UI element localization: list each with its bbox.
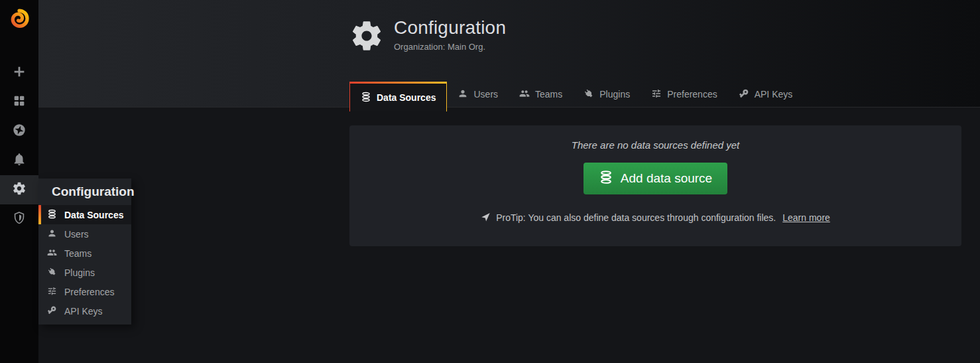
configuration-flyout-menu: Configuration Data Sources Users Teams P… [38,179,131,325]
tab-teams[interactable]: Teams [509,82,573,107]
learn-more-link[interactable]: Learn more [782,212,830,223]
tab-bar: Data Sources Users Teams Plugins Prefere… [349,82,803,107]
flyout-item-api-keys[interactable]: API Keys [38,301,131,321]
sidebar-item-configuration[interactable] [0,175,38,204]
grafana-logo-icon[interactable] [0,0,38,37]
rocket-icon [481,212,491,224]
compass-icon [12,123,27,140]
tab-label: Preferences [667,89,717,100]
sidebar-item-explore[interactable] [0,117,38,146]
plug-icon [47,267,57,279]
add-data-source-label: Add data source [621,171,712,186]
data-sources-empty-panel: There are no data sources defined yet Ad… [349,125,961,246]
flyout-item-label: API Keys [64,306,103,317]
shield-icon [12,210,27,228]
flyout-title: Configuration [38,179,131,205]
user-icon [458,88,468,101]
tab-preferences[interactable]: Preferences [641,82,727,107]
page-subtitle: Organization: Main Org. [394,42,506,52]
tab-plugins[interactable]: Plugins [573,82,641,107]
key-icon [47,305,57,317]
sidebar-item-dashboards[interactable] [0,88,38,117]
gear-icon [12,181,27,198]
dashboards-grid-icon [12,94,27,111]
tab-data-sources[interactable]: Data Sources [349,82,447,111]
empty-state-message: There are no data sources defined yet [572,139,740,151]
database-icon [47,209,57,221]
flyout-item-plugins[interactable]: Plugins [38,263,131,282]
tab-label: Teams [535,89,562,100]
user-icon [47,228,57,240]
team-icon [519,88,530,101]
flyout-item-label: Teams [64,248,92,259]
page-header-band: Configuration Organization: Main Org. Da… [38,0,980,108]
tab-label: Plugins [599,89,630,100]
flyout-item-label: Users [64,229,89,240]
plug-icon [583,88,594,101]
flyout-item-data-sources[interactable]: Data Sources [38,205,131,224]
plus-icon [12,64,27,82]
grafana-app: Configuration Organization: Main Org. Da… [0,0,980,363]
tab-label: Users [473,89,498,100]
flyout-item-teams[interactable]: Teams [38,244,131,263]
tab-api-keys[interactable]: API Keys [728,82,804,107]
sliders-icon [651,88,662,101]
flyout-item-preferences[interactable]: Preferences [38,282,131,301]
team-icon [47,248,57,259]
protip-text: ProTip: You can also define data sources… [496,212,776,223]
flyout-item-label: Data Sources [64,210,123,220]
tab-label: Data Sources [377,92,436,103]
tab-label: API Keys [755,89,793,100]
page-header: Configuration Organization: Main Org. [349,17,506,53]
sidebar-item-alerting[interactable] [0,146,38,175]
database-icon [599,170,613,188]
protip-row: ProTip: You can also define data sources… [481,212,830,224]
database-icon [361,92,371,104]
sidebar-item-create[interactable] [0,58,38,88]
side-menu [0,0,38,363]
flyout-item-users[interactable]: Users [38,224,131,244]
tab-users[interactable]: Users [447,82,509,107]
flyout-item-label: Plugins [64,267,95,278]
bell-icon [12,152,27,169]
gear-icon [349,19,384,53]
page-title: Configuration [394,17,506,38]
key-icon [739,88,749,101]
sliders-icon [47,286,57,298]
flyout-item-label: Preferences [64,287,114,297]
sidebar-item-server-admin[interactable] [0,204,38,234]
add-data-source-button[interactable]: Add data source [583,163,727,194]
